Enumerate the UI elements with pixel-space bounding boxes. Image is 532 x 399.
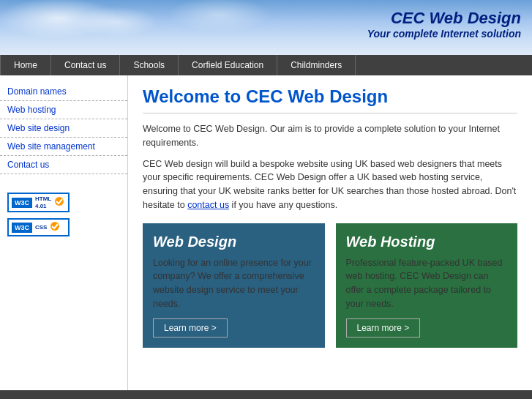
footer: ©2009 Corfield Educational Consultants L… <box>0 390 532 399</box>
nav-childminders[interactable]: Childminders <box>277 55 356 75</box>
sidebar-item-domain[interactable]: Domain names <box>0 83 127 101</box>
card-design-description: Looking for an online presence for your … <box>153 256 315 311</box>
nav-schools[interactable]: Schools <box>120 55 179 75</box>
main-wrapper: Domain names Web hosting Web site design… <box>0 75 532 390</box>
brand: CEC Web Design Your complete Internet so… <box>367 9 521 40</box>
badges-section: W3C HTML4.01 W3C CSS <box>0 189 127 246</box>
learn-more-design-button[interactable]: Learn more > <box>153 318 228 338</box>
body-text: CEC Web design will build a bespoke webs… <box>143 157 517 212</box>
html-label: HTML4.01 <box>35 195 51 209</box>
sidebar: Domain names Web hosting Web site design… <box>0 75 128 390</box>
brand-title: CEC Web Design <box>367 9 521 28</box>
page-heading: Welcome to CEC Web Design <box>143 86 517 113</box>
css-label: CSS <box>35 224 47 231</box>
svg-point-1 <box>50 222 59 231</box>
sidebar-item-contact[interactable]: Contact us <box>0 156 127 174</box>
w3c-css-badge: W3C CSS <box>7 218 70 236</box>
learn-more-hosting-button[interactable]: Learn more > <box>346 318 421 338</box>
sidebar-item-design[interactable]: Web site design <box>0 119 127 138</box>
sidebar-item-management[interactable]: Web site management <box>0 138 127 156</box>
css-checkmark-icon <box>50 221 60 234</box>
card-design-title: Web Design <box>153 234 315 250</box>
intro-text: Welcome to CEC Web Design. Our aim is to… <box>143 122 517 150</box>
nav-home[interactable]: Home <box>0 55 51 75</box>
checkmark-icon <box>54 196 64 209</box>
svg-point-0 <box>55 197 64 206</box>
main-nav: Home Contact us Schools Corfield Educati… <box>0 55 532 75</box>
nav-corfield[interactable]: Corfield Education <box>179 55 277 75</box>
w3c-css-label: W3C <box>12 223 32 233</box>
card-design: Web Design Looking for an online presenc… <box>143 223 325 348</box>
sidebar-item-hosting[interactable]: Web hosting <box>0 101 127 119</box>
nav-contact[interactable]: Contact us <box>51 55 120 75</box>
card-hosting-description: Professional feature-packed UK based web… <box>346 256 508 311</box>
contact-link[interactable]: contact us <box>187 200 229 210</box>
cards-section: Web Design Looking for an online presenc… <box>143 223 517 348</box>
card-hosting: Web Hosting Professional feature-packed … <box>336 223 518 348</box>
w3c-label: W3C <box>12 198 32 208</box>
w3c-html-badge: W3C HTML4.01 <box>7 193 70 212</box>
main-content: Welcome to CEC Web Design Welcome to CEC… <box>128 75 532 390</box>
card-hosting-title: Web Hosting <box>346 234 508 250</box>
brand-subtitle: Your complete Internet solution <box>367 28 521 40</box>
header: CEC Web Design Your complete Internet so… <box>0 0 532 55</box>
